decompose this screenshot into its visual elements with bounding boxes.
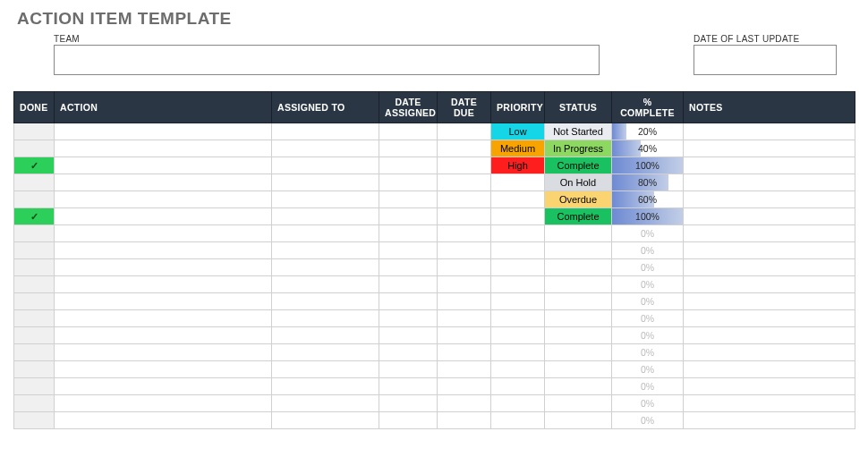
date-assigned-cell[interactable] [379, 225, 438, 242]
priority-cell[interactable]: High [491, 157, 545, 174]
last-update-input[interactable] [694, 45, 837, 75]
done-cell[interactable] [14, 191, 55, 208]
pct-complete-cell[interactable]: 100% [612, 208, 684, 225]
notes-cell[interactable] [684, 327, 855, 344]
priority-cell[interactable]: Medium [491, 140, 545, 157]
date-due-cell[interactable] [438, 140, 491, 157]
action-cell[interactable] [55, 327, 272, 344]
action-cell[interactable] [55, 242, 272, 259]
priority-cell[interactable] [491, 191, 545, 208]
assigned-to-cell[interactable] [272, 395, 379, 412]
priority-cell[interactable] [491, 293, 545, 310]
pct-complete-cell[interactable]: 0% [612, 310, 684, 327]
notes-cell[interactable] [684, 174, 855, 191]
pct-complete-cell[interactable]: 0% [612, 344, 684, 361]
pct-complete-cell[interactable]: 0% [612, 225, 684, 242]
assigned-to-cell[interactable] [272, 378, 379, 395]
priority-cell[interactable] [491, 327, 545, 344]
notes-cell[interactable] [684, 395, 855, 412]
priority-cell[interactable] [491, 395, 545, 412]
priority-cell[interactable] [491, 208, 545, 225]
action-cell[interactable] [55, 378, 272, 395]
notes-cell[interactable] [684, 378, 855, 395]
date-due-cell[interactable] [438, 191, 491, 208]
pct-complete-cell[interactable]: 100% [612, 157, 684, 174]
date-assigned-cell[interactable] [379, 157, 438, 174]
assigned-to-cell[interactable] [272, 191, 379, 208]
done-cell[interactable]: ✓ [14, 208, 55, 225]
action-cell[interactable] [55, 412, 272, 429]
pct-complete-cell[interactable]: 0% [612, 361, 684, 378]
date-due-cell[interactable] [438, 344, 491, 361]
priority-cell[interactable] [491, 242, 545, 259]
pct-complete-cell[interactable]: 0% [612, 327, 684, 344]
done-cell[interactable] [14, 293, 55, 310]
priority-cell[interactable] [491, 378, 545, 395]
notes-cell[interactable] [684, 208, 855, 225]
date-due-cell[interactable] [438, 208, 491, 225]
action-cell[interactable] [55, 157, 272, 174]
done-cell[interactable] [14, 276, 55, 293]
notes-cell[interactable] [684, 310, 855, 327]
notes-cell[interactable] [684, 412, 855, 429]
done-cell[interactable] [14, 242, 55, 259]
action-cell[interactable] [55, 174, 272, 191]
action-cell[interactable] [55, 293, 272, 310]
status-cell[interactable] [545, 242, 612, 259]
status-cell[interactable] [545, 259, 612, 276]
assigned-to-cell[interactable] [272, 327, 379, 344]
assigned-to-cell[interactable] [272, 293, 379, 310]
notes-cell[interactable] [684, 225, 855, 242]
done-cell[interactable] [14, 395, 55, 412]
notes-cell[interactable] [684, 276, 855, 293]
done-cell[interactable] [14, 123, 55, 140]
notes-cell[interactable] [684, 123, 855, 140]
action-cell[interactable] [55, 276, 272, 293]
status-cell[interactable] [545, 327, 612, 344]
date-assigned-cell[interactable] [379, 395, 438, 412]
done-cell[interactable] [14, 327, 55, 344]
date-due-cell[interactable] [438, 395, 491, 412]
status-cell[interactable] [545, 225, 612, 242]
done-cell[interactable] [14, 140, 55, 157]
assigned-to-cell[interactable] [272, 208, 379, 225]
date-due-cell[interactable] [438, 174, 491, 191]
action-cell[interactable] [55, 361, 272, 378]
priority-cell[interactable] [491, 276, 545, 293]
action-cell[interactable] [55, 191, 272, 208]
date-due-cell[interactable] [438, 327, 491, 344]
date-due-cell[interactable] [438, 123, 491, 140]
priority-cell[interactable] [491, 310, 545, 327]
done-cell[interactable]: ✓ [14, 157, 55, 174]
done-cell[interactable] [14, 225, 55, 242]
date-assigned-cell[interactable] [379, 276, 438, 293]
date-assigned-cell[interactable] [379, 259, 438, 276]
pct-complete-cell[interactable]: 40% [612, 140, 684, 157]
done-cell[interactable] [14, 259, 55, 276]
assigned-to-cell[interactable] [272, 140, 379, 157]
pct-complete-cell[interactable]: 80% [612, 174, 684, 191]
status-cell[interactable] [545, 344, 612, 361]
date-due-cell[interactable] [438, 293, 491, 310]
notes-cell[interactable] [684, 140, 855, 157]
priority-cell[interactable] [491, 344, 545, 361]
priority-cell[interactable] [491, 412, 545, 429]
status-cell[interactable]: In Progress [545, 140, 612, 157]
status-cell[interactable]: On Hold [545, 174, 612, 191]
status-cell[interactable] [545, 412, 612, 429]
date-due-cell[interactable] [438, 225, 491, 242]
status-cell[interactable]: Not Started [545, 123, 612, 140]
assigned-to-cell[interactable] [272, 174, 379, 191]
priority-cell[interactable] [491, 225, 545, 242]
date-due-cell[interactable] [438, 259, 491, 276]
action-cell[interactable] [55, 208, 272, 225]
date-due-cell[interactable] [438, 361, 491, 378]
assigned-to-cell[interactable] [272, 225, 379, 242]
date-assigned-cell[interactable] [379, 344, 438, 361]
assigned-to-cell[interactable] [272, 310, 379, 327]
status-cell[interactable] [545, 276, 612, 293]
notes-cell[interactable] [684, 242, 855, 259]
date-due-cell[interactable] [438, 310, 491, 327]
assigned-to-cell[interactable] [272, 157, 379, 174]
date-assigned-cell[interactable] [379, 293, 438, 310]
